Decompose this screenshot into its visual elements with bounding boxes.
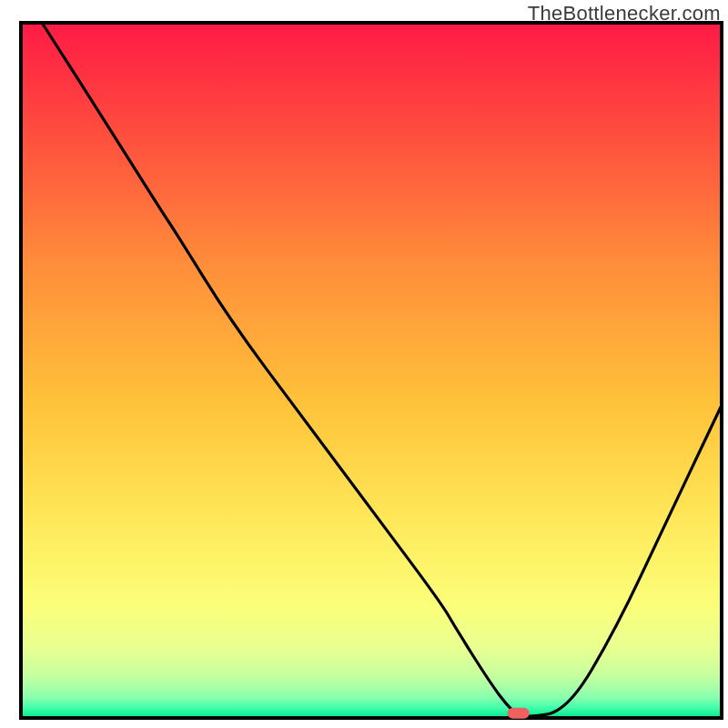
chart-background [21,23,722,718]
watermark-text: TheBottlenecker.com [528,2,721,25]
highlight-marker [508,708,530,719]
chart-container: TheBottlenecker.com [0,0,728,728]
bottleneck-chart [0,0,728,728]
